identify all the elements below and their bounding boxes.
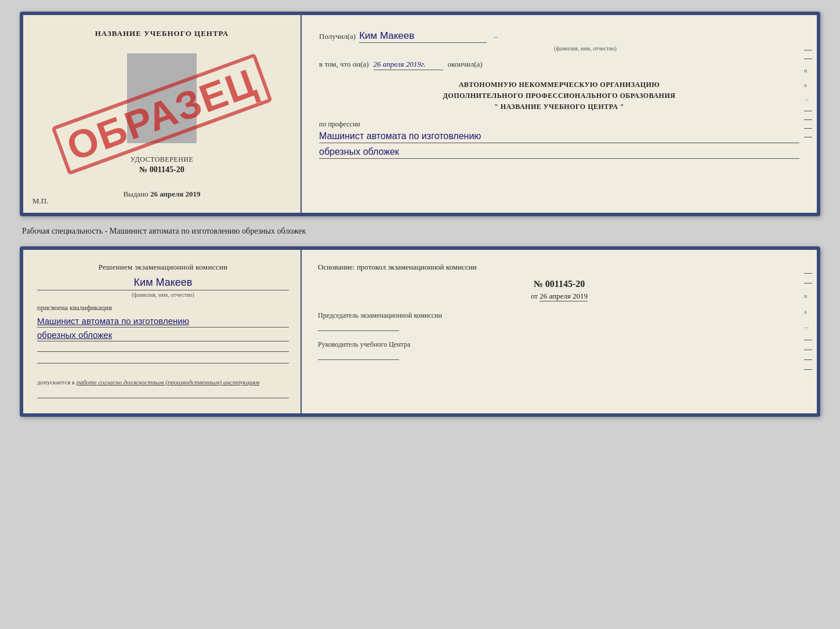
commission-intro: Решением экзаменационной комиссии bbox=[37, 261, 289, 273]
допускается-block: допускается к работе согласно должностны… bbox=[37, 377, 259, 387]
org-line1: АВТОНОМНУЮ НЕКОММЕРЧЕСКУЮ ОРГАНИЗАЦИЮ bbox=[319, 79, 799, 90]
cert-label-block: УДОСТОВЕРЕНИЕ № 001145-20 bbox=[131, 154, 194, 174]
mp-label: М.П. bbox=[32, 197, 48, 206]
completed-line: в том, что он(а) 26 апреля 2019г. окончи… bbox=[319, 60, 799, 70]
blank-line-bottom bbox=[37, 390, 289, 398]
top-card-right: Получил(а) Ким Макеев – (фамилия, имя, о… bbox=[302, 15, 817, 213]
chairman-sig-line bbox=[318, 323, 399, 331]
protocol-date-prefix: от bbox=[531, 292, 538, 300]
issued-date-value: 26 апреля 2019 bbox=[150, 190, 201, 198]
profession-line1: Машинист автомата по изготовлению bbox=[319, 131, 799, 143]
side-decorative-lines: и а ← bbox=[804, 50, 812, 137]
person-name: Ким Макеев bbox=[37, 277, 289, 290]
cert-number: № 001145-20 bbox=[131, 165, 194, 174]
cert-label: УДОСТОВЕРЕНИЕ bbox=[131, 155, 194, 163]
protocol-date-block: от 26 апреля 2019 bbox=[318, 292, 801, 301]
issued-label: Выдано bbox=[123, 190, 148, 198]
допускается-label: допускается к bbox=[37, 379, 75, 386]
completed-prefix: в том, что он(а) bbox=[319, 60, 369, 69]
head-label: Руководитель учебного Центра bbox=[318, 340, 410, 348]
profession-line2: обрезных обложек bbox=[319, 147, 799, 159]
bottom-card-right: Основание: протокол экзаменационной коми… bbox=[302, 250, 817, 413]
recipient-dash: – bbox=[494, 32, 498, 41]
recipient-line: Получил(а) Ким Макеев – bbox=[319, 30, 799, 43]
bottom-certificate-card: Решением экзаменационной комиссии Ким Ма… bbox=[20, 246, 820, 417]
qualification-label: присвоена квалификация bbox=[37, 304, 112, 312]
head-block: Руководитель учебного Центра bbox=[318, 339, 801, 360]
caption-line: Рабочая специальность - Машинист автомат… bbox=[20, 227, 820, 236]
допускается-value: работе согласно должностным (производств… bbox=[77, 379, 259, 386]
fio-hint-bottom: (фамилия, имя, отчество) bbox=[37, 292, 289, 298]
protocol-date-value: 26 апреля 2019 bbox=[540, 292, 588, 301]
org-block: АВТОНОМНУЮ НЕКОММЕРЧЕСКУЮ ОРГАНИЗАЦИЮ ДО… bbox=[319, 79, 799, 113]
qualification-line2: обрезных обложек bbox=[37, 330, 289, 341]
top-card-left: НАЗВАНИЕ УЧЕБНОГО ЦЕНТРА УДОСТОВЕРЕНИЕ №… bbox=[23, 15, 302, 213]
org-line3: " НАЗВАНИЕ УЧЕБНОГО ЦЕНТРА " bbox=[319, 101, 799, 112]
profession-label: по профессии bbox=[319, 120, 799, 129]
head-sig-line bbox=[318, 352, 399, 360]
bottom-side-lines: и а ← bbox=[804, 273, 812, 370]
completed-date: 26 апреля 2019г. bbox=[374, 60, 443, 70]
photo-placeholder bbox=[127, 53, 197, 143]
blank-line-2 bbox=[37, 355, 289, 363]
protocol-number: № 001145-20 bbox=[318, 279, 801, 289]
blank-line-1 bbox=[37, 344, 289, 352]
recipient-label: Получил(а) bbox=[319, 32, 356, 41]
recipient-name: Ким Макеев bbox=[359, 30, 487, 43]
osnov-label: Основание: протокол экзаменационной коми… bbox=[318, 261, 801, 273]
qualification-line1: Машинист автомата по изготовлению bbox=[37, 316, 289, 328]
completed-suffix: окончил(а) bbox=[448, 60, 483, 69]
top-certificate-card: НАЗВАНИЕ УЧЕБНОГО ЦЕНТРА УДОСТОВЕРЕНИЕ №… bbox=[20, 12, 820, 216]
chairman-block: Председатель экзаменационной комиссии bbox=[318, 310, 801, 331]
chairman-label: Председатель экзаменационной комиссии bbox=[318, 311, 442, 319]
org-line2: ДОПОЛНИТЕЛЬНОГО ПРОФЕССИОНАЛЬНОГО ОБРАЗО… bbox=[319, 90, 799, 101]
cert-school-title: НАЗВАНИЕ УЧЕБНОГО ЦЕНТРА bbox=[95, 29, 229, 38]
fio-hint-top: (фамилия, имя, отчество) bbox=[371, 45, 799, 52]
bottom-card-left: Решением экзаменационной комиссии Ким Ма… bbox=[23, 250, 302, 413]
issued-date-block: Выдано 26 апреля 2019 bbox=[123, 190, 200, 199]
